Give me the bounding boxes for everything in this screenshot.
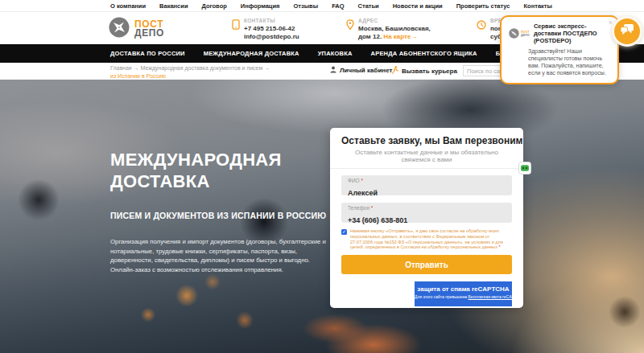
hero-banner: МЕЖДУНАРОДНАЯ ДОСТАВКА ПИСЕМ И ДОКУМЕНТО… xyxy=(0,80,644,353)
required-star: * xyxy=(371,205,374,211)
topnav-articles[interactable]: Статьи xyxy=(358,2,379,10)
topnav-faq[interactable]: FAQ xyxy=(332,2,344,10)
name-input[interactable] xyxy=(348,189,506,197)
breadcrumb-line2: из Испании в Россию xyxy=(110,72,270,80)
menu-delivery-russia[interactable]: ДОСТАВКА ПО РОССИИ xyxy=(110,50,185,57)
address-label: АДРЕС xyxy=(358,18,431,23)
name-field-box: ФИО * xyxy=(341,175,512,195)
page-subtitle: ПИСЕМ И ДОКУМЕНТОВ ИЗ ИСПАНИИ В РОССИЮ xyxy=(110,211,326,220)
consent-text: Нажимая кнопку «Отправить», я даю свое с… xyxy=(350,228,512,250)
chat-logo-icon xyxy=(509,27,519,42)
chat-launcher-button[interactable] xyxy=(612,16,642,47)
chat-bubbles-icon xyxy=(620,23,634,39)
topnav-contract[interactable]: Договор xyxy=(202,2,227,10)
autofill-extension-icon[interactable] xyxy=(518,162,531,178)
form-subtitle: Оставьте контактные данные и мы обязател… xyxy=(341,149,512,163)
topnav-info[interactable]: Информация xyxy=(241,2,280,10)
phone-field-box: Телефон * xyxy=(341,203,512,223)
logo[interactable]: ПОСТ ДЕПО xyxy=(109,17,164,41)
menu-packaging[interactable]: УПАКОВКА xyxy=(318,50,353,57)
header-address-block: АДРЕС Москва, Башиловская, дом 12. На ка… xyxy=(346,18,431,41)
logo-text: ПОСТ ДЕПО xyxy=(134,20,164,39)
topnav-about[interactable]: О компании xyxy=(110,2,146,10)
chat-popup-message: Здравствуйте! Наши специалисты готовы по… xyxy=(528,47,610,76)
callback-form: Оставьте заявку, мы Вам перезвоним Остав… xyxy=(330,128,523,308)
breadcrumb: Главная → Международная доставка докумен… xyxy=(110,64,270,80)
top-utility-nav: О компании Вакансии Договор Информация О… xyxy=(0,0,644,12)
form-title: Оставьте заявку, мы Вам перезвоним xyxy=(341,136,512,146)
topnav-news[interactable]: Новости и акции xyxy=(393,2,443,10)
map-link[interactable]: На карте→ xyxy=(383,33,417,40)
topnav-vacancies[interactable]: Вакансии xyxy=(159,2,188,10)
chat-popup: × ПОСТ ДЕПО Сервис экспресс-доставки ПОС… xyxy=(500,15,619,84)
consent-row: ✓ Нажимая кнопку «Отправить», я даю свое… xyxy=(341,228,512,250)
form-divider xyxy=(330,168,523,169)
call-courier-link[interactable]: Вызвать курьера xyxy=(391,66,457,76)
menu-international-delivery[interactable]: МЕЖДУНАРОДНАЯ ДОСТАВКА xyxy=(204,50,299,57)
topnav-check-status[interactable]: Проверить статус xyxy=(456,2,510,10)
submit-button[interactable]: Отправить xyxy=(341,255,512,274)
header-contacts-block: КОНТАКТЫ +7 495 215-06-42 info@postdepo.… xyxy=(232,18,299,41)
topnav-contacts[interactable]: Контакты xyxy=(524,2,552,10)
topnav-reviews[interactable]: Отзывы xyxy=(293,2,318,10)
courier-runner-icon xyxy=(391,66,398,76)
clock-icon xyxy=(477,18,486,41)
phone-input[interactable] xyxy=(348,216,506,224)
menu-po-box-rent[interactable]: АРЕНДА АБОНЕНТСКОГО ЯЩИКА xyxy=(371,50,477,57)
page: О компании Вакансии Договор Информация О… xyxy=(0,0,644,353)
chat-popup-logo: ПОСТ ДЕПО xyxy=(509,24,530,44)
address-line1: Москва, Башиловская, xyxy=(358,25,431,33)
contacts-label: КОНТАКТЫ xyxy=(244,18,299,23)
user-icon xyxy=(330,66,336,75)
recaptcha-quota-line: Для этого сайта превышена Бесплатная кво… xyxy=(415,294,512,299)
required-star: * xyxy=(361,178,363,183)
hero-description: Организация получения и импорт документо… xyxy=(110,237,332,274)
page-title: МЕЖДУНАРОДНАЯ ДОСТАВКА xyxy=(110,149,282,192)
chat-popup-title: Сервис экспресс-доставки ПОСТДЕПО (POSTD… xyxy=(534,23,610,44)
address-line2: дом 12. xyxy=(358,33,382,40)
recaptcha-title: защита от спама reCAPTCHA xyxy=(415,285,512,293)
recaptcha-quota-link[interactable]: Бесплатная квота reCAPTCHA xyxy=(468,294,512,299)
header-phone[interactable]: +7 495 215-06-42 xyxy=(244,25,299,33)
account-link[interactable]: Личный кабинет xyxy=(330,66,392,75)
location-pin-icon xyxy=(346,18,354,41)
consent-checkbox[interactable]: ✓ xyxy=(341,229,347,235)
phone-icon xyxy=(232,18,240,41)
recaptcha-notice: защита от спама reCAPTCHA Для этого сайт… xyxy=(415,281,512,306)
header-email[interactable]: info@postdepo.ru xyxy=(244,33,299,41)
logo-icon xyxy=(109,17,130,41)
name-field-label: ФИО xyxy=(348,178,360,183)
phone-field-label: Телефон xyxy=(348,205,369,211)
breadcrumb-line1[interactable]: Главная → Международная доставка докумен… xyxy=(110,64,270,72)
